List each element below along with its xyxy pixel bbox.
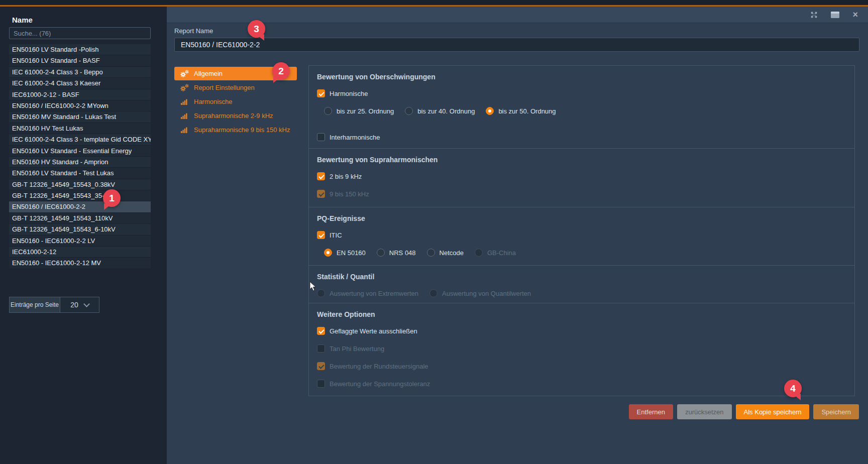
radio-icon <box>317 289 325 297</box>
list-item[interactable]: EN50160 HV Standard - Amprion <box>9 157 151 168</box>
list-item[interactable]: EN50160 / IEC61000-2-2 <box>9 201 151 212</box>
list-item[interactable]: EN50160 HV Test Lukas <box>9 123 151 134</box>
entfernen-button[interactable]: Entfernen <box>629 404 673 419</box>
list-item[interactable]: EN50160 / IEC61000-2-2 MYown <box>9 100 151 111</box>
checkbox-label: Bewertung der Spannungstoleranz <box>330 380 430 388</box>
bar-chart-icon <box>180 98 189 105</box>
entries-per-page-label: Einträge pro Seite <box>9 297 60 313</box>
radio-option[interactable]: bis zur 25. Ordnung <box>324 106 394 115</box>
nav-item-label: Supraharmonische 2-9 kHz <box>194 112 273 120</box>
list-item[interactable]: IEC 61000-2-4 Class 3 - template Gid COD… <box>9 134 151 145</box>
radio-option[interactable]: GB-China <box>475 248 516 257</box>
nav-item-label: Harmonische <box>194 98 233 105</box>
zur-cksetzen-button[interactable]: zurücksetzen <box>677 404 732 419</box>
list-item[interactable]: EN50160 LV Standard - Test Lukas <box>9 168 151 179</box>
action-bar: EntfernenzurücksetzenAls Kopie speichern… <box>629 404 859 419</box>
step-marker: 4 <box>784 380 802 397</box>
list-item[interactable]: EN50160 LV Standard -Polish <box>9 44 151 55</box>
checkbox-label: Harmonische <box>330 90 368 97</box>
window-icon[interactable] <box>831 12 839 18</box>
checkbox-option[interactable]: Bewertung der Rundsteuersignale <box>317 362 846 371</box>
checkbox-label: ITIC <box>330 231 342 239</box>
nav-item[interactable]: Supraharmonische 2-9 kHz <box>174 109 297 123</box>
list-item[interactable]: EN50160 MV Standard - Lukas Test <box>9 111 151 123</box>
list-item[interactable]: GB-T 12326_14549_15543_110kV <box>9 213 151 224</box>
list-item[interactable]: IEC 61000-2-4 Class 3 Kaeser <box>9 78 151 89</box>
checkbox-option[interactable]: Geflaggte Werte ausschließen <box>317 326 846 335</box>
close-icon[interactable]: × <box>852 10 858 19</box>
list-item[interactable]: GB-T 12326_14549_15543_35-6 <box>9 190 151 201</box>
checkbox-icon <box>317 344 325 353</box>
nav-item[interactable]: Report Einstellungen <box>174 81 297 94</box>
checkbox-option[interactable]: Tan Phi Bewertung <box>317 344 846 353</box>
radio-option[interactable]: Auswertung von Quantilwerten <box>429 289 531 298</box>
als-kopie-speichern-button[interactable]: Als Kopie speichern <box>736 404 810 419</box>
section-title: Weitere Optionen <box>317 310 846 318</box>
list-item[interactable]: IEC 61000-2-4 Class 3 - Beppo <box>9 67 151 78</box>
entries-per-page-value: 20 <box>70 301 78 309</box>
radio-option[interactable]: bis zur 50. Ordnung <box>486 106 556 115</box>
nav-item[interactable]: Harmonische <box>174 95 297 108</box>
settings-section: Weitere Optionen Geflaggte Werte ausschl… <box>309 303 854 396</box>
checkbox-label: 9 bis 150 kHz <box>330 190 369 198</box>
radio-icon <box>486 107 494 115</box>
list-item[interactable]: EN50160 - IEC61000-2-2 LV <box>9 236 151 247</box>
checkbox-option[interactable]: Bewertung der Spannungstoleranz <box>317 379 846 388</box>
radio-option[interactable]: NRS 048 <box>377 248 416 257</box>
chevron-down-icon <box>83 301 90 307</box>
expand-icon[interactable] <box>810 11 818 19</box>
step-marker: 3 <box>248 20 265 38</box>
report-name-label: Report Name <box>174 27 213 35</box>
section-title: Statistik / Quantil <box>317 273 846 281</box>
checkbox-label: Tan Phi Bewertung <box>330 345 384 353</box>
list-item[interactable]: GB-T 12326_14549_15543_0.38kV <box>9 179 151 190</box>
checkbox-option[interactable]: 2 bis 9 kHz <box>317 172 846 181</box>
checkbox-label: Interharmonische <box>330 134 380 141</box>
checkbox-icon <box>317 133 325 141</box>
radio-label: NRS 048 <box>389 249 416 257</box>
radio-label: GB-China <box>487 249 516 257</box>
list-item[interactable]: EN50160 - IEC61000-2-12 MV <box>9 258 151 269</box>
radio-option[interactable]: Netcode <box>427 248 464 257</box>
checkbox-option[interactable]: Interharmonische <box>317 133 846 142</box>
radio-icon <box>429 289 438 297</box>
radio-option[interactable]: Auswertung von Extremwerten <box>317 289 418 298</box>
checkbox-icon <box>317 190 325 198</box>
radio-label: EN 50160 <box>337 249 366 257</box>
bar-chart-icon <box>180 112 189 120</box>
settings-section: Bewertung von Supraharmonischen 2 bis 9 … <box>309 149 854 207</box>
radio-option[interactable]: bis zur 40. Ordnung <box>405 106 475 115</box>
checkbox-icon <box>317 172 325 180</box>
settings-section: PQ-Ereignisse ITIC EN 50160 NRS 048 Netc… <box>309 207 854 266</box>
nav-item[interactable]: Supraharmonische 9 bis 150 kHz <box>174 123 297 137</box>
search-input[interactable] <box>9 27 151 39</box>
list-item[interactable]: IEC61000-2-12 <box>9 247 151 258</box>
section-title: Bewertung von Oberschwingungen <box>317 73 846 81</box>
radio-option[interactable]: EN 50160 <box>324 248 366 257</box>
sidebar: Name EN50160 LV Standard -PolishEN50160 … <box>0 7 167 464</box>
list-item[interactable]: IEC61000-2-12 - BASF <box>9 89 151 100</box>
radio-icon <box>377 249 385 257</box>
checkbox-option[interactable]: Harmonische <box>317 89 846 98</box>
list-item[interactable]: GB-T 12326_14549_15543_6-10kV <box>9 224 151 235</box>
report-name-input[interactable] <box>174 38 859 52</box>
checkbox-option[interactable]: 9 bis 150 kHz <box>317 189 846 198</box>
checkbox-icon <box>317 327 325 335</box>
report-list: EN50160 LV Standard -PolishEN50160 LV St… <box>9 44 151 269</box>
entries-per-page-select[interactable]: 20 <box>60 297 99 313</box>
list-item[interactable]: EN50160 LV Standard - BASF <box>9 55 151 66</box>
radio-icon <box>405 107 413 115</box>
section-title: PQ-Ereignisse <box>317 214 846 222</box>
speichern-button[interactable]: Speichern <box>813 404 859 419</box>
checkbox-option[interactable]: ITIC <box>317 230 846 240</box>
section-title: Bewertung von Supraharmonischen <box>317 156 846 164</box>
dialog-titlebar: × <box>167 7 868 23</box>
nav-item-label: Supraharmonische 9 bis 150 kHz <box>194 126 290 134</box>
gears-icon <box>180 84 189 91</box>
radio-group: bis zur 25. Ordnung bis zur 40. Ordnung … <box>324 106 846 124</box>
radio-icon <box>324 107 332 115</box>
list-item[interactable]: EN50160 LV Standard - Essential Energy <box>9 146 151 157</box>
radio-group: Auswertung von Extremwerten Auswertung v… <box>317 289 846 303</box>
bar-chart-icon <box>180 126 189 134</box>
checkbox-icon <box>317 380 325 388</box>
